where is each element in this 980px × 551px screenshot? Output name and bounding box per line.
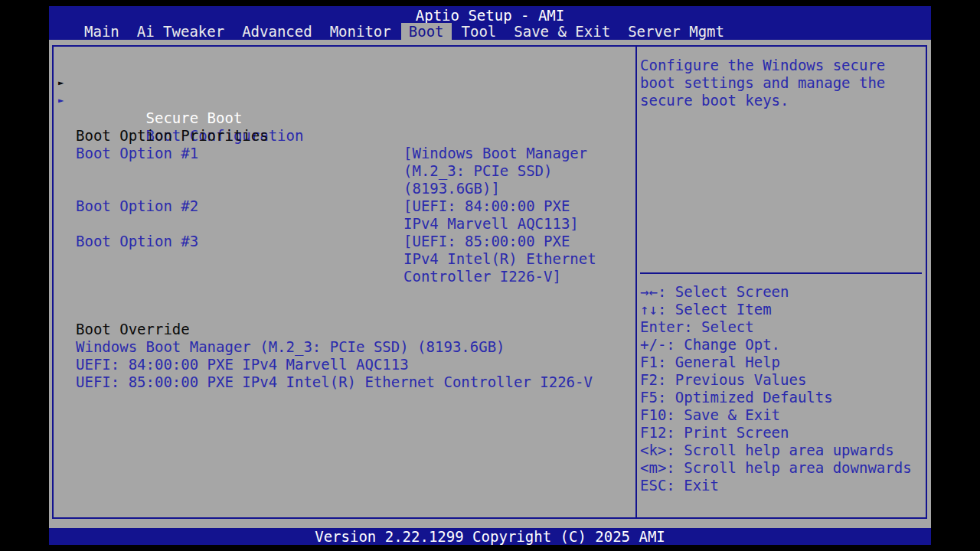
boot-option-label: Boot Option #2: [76, 197, 198, 215]
main-panel: ► Secure Boot ► Boot Configuration Boot …: [52, 45, 927, 519]
help-divider-line: [640, 272, 922, 274]
hotkey-select-screen: →←: Select Screen: [640, 283, 912, 301]
tab-main[interactable]: Main: [84, 23, 119, 40]
version-text: Version 2.22.1299 Copyright (C) 2025 AMI: [315, 528, 665, 545]
boot-option-3-row[interactable]: Boot Option #3 [UEFI: 85:00:00 PXE IPv4 …: [54, 233, 635, 285]
spacer-row: [54, 303, 635, 321]
menu-item-secure-boot[interactable]: ► Secure Boot: [54, 74, 635, 92]
hotkey-change-opt: +/-: Change Opt.: [640, 336, 912, 354]
boot-option-label: Boot Option #3: [76, 233, 198, 250]
boot-option-value: [UEFI: 85:00:00 PXE IPv4 Intel(R) Ethern…: [403, 233, 600, 285]
boot-option-label: Boot Option #1: [76, 145, 198, 162]
options-pane: ► Secure Boot ► Boot Configuration Boot …: [54, 47, 635, 517]
tab-boot[interactable]: Boot: [401, 23, 452, 40]
submenu-arrow-icon: ►: [58, 74, 74, 92]
section-title-boot-option-priorities: Boot Option Priorities: [54, 127, 635, 145]
help-text: Configure the Windows secure boot settin…: [640, 57, 894, 109]
submenu-arrow-icon: ►: [58, 92, 74, 109]
spacer-row: [54, 285, 635, 303]
tab-advanced[interactable]: Advanced: [242, 23, 312, 40]
help-pane: Configure the Windows secure boot settin…: [637, 47, 926, 517]
boot-option-1-row[interactable]: Boot Option #1 [Windows Boot Manager (M.…: [54, 145, 635, 197]
boot-override-entry-windows[interactable]: Windows Boot Manager (M.2_3: PCIe SSD) (…: [54, 338, 635, 356]
hotkey-f12: F12: Print Screen: [640, 424, 912, 442]
hotkey-esc: ESC: Exit: [640, 477, 912, 494]
section-title-boot-override: Boot Override: [54, 321, 635, 338]
boot-override-entry-pxe-intel[interactable]: UEFI: 85:00:00 PXE IPv4 Intel(R) Etherne…: [54, 373, 635, 391]
tab-tool[interactable]: Tool: [462, 23, 497, 40]
menu-bar: Main Ai Tweaker Advanced Monitor Boot To…: [84, 23, 724, 40]
tab-ai-tweaker[interactable]: Ai Tweaker: [137, 23, 224, 40]
tab-save-exit[interactable]: Save & Exit: [514, 23, 610, 40]
hotkey-scroll-up: <k>: Scroll help area upwards: [640, 442, 912, 459]
hotkey-scroll-down: <m>: Scroll help area downwards: [640, 459, 912, 477]
spacer-row: [54, 109, 635, 127]
window-title: Aptio Setup - AMI: [49, 8, 931, 23]
tab-monitor[interactable]: Monitor: [330, 23, 391, 40]
hotkey-select-item: ↑↓: Select Item: [640, 301, 912, 318]
hotkey-f1: F1: General Help: [640, 354, 912, 371]
boot-option-value: [Windows Boot Manager (M.2_3: PCIe SSD) …: [403, 145, 600, 197]
hotkey-enter: Enter: Select: [640, 318, 912, 336]
hotkey-f2: F2: Previous Values: [640, 371, 912, 389]
boot-override-entry-pxe-marvell[interactable]: UEFI: 84:00:00 PXE IPv4 Marvell AQC113: [54, 356, 635, 373]
tab-server-mgmt[interactable]: Server Mgmt: [628, 23, 724, 40]
bios-screen: Aptio Setup - AMI Main Ai Tweaker Advanc…: [49, 6, 931, 545]
boot-option-value: [UEFI: 84:00:00 PXE IPv4 Marvell AQC113]: [403, 197, 600, 233]
boot-option-2-row[interactable]: Boot Option #2 [UEFI: 84:00:00 PXE IPv4 …: [54, 197, 635, 233]
hotkey-f5: F5: Optimized Defaults: [640, 389, 912, 406]
menu-item-boot-configuration[interactable]: ► Boot Configuration: [54, 92, 635, 109]
header-bar: Aptio Setup - AMI Main Ai Tweaker Advanc…: [49, 6, 931, 40]
hotkey-list: →←: Select Screen ↑↓: Select Item Enter:…: [640, 283, 912, 494]
hotkey-f10: F10: Save & Exit: [640, 406, 912, 424]
version-bar: Version 2.22.1299 Copyright (C) 2025 AMI: [49, 528, 931, 545]
